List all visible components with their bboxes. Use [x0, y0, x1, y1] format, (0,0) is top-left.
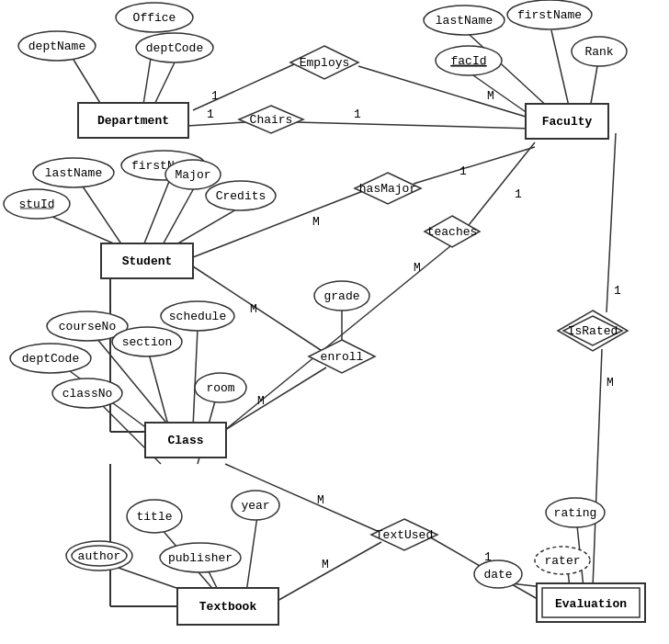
chairs-cardinality-1b: 1	[354, 107, 361, 121]
attr-courseno-label: courseNo	[59, 320, 116, 333]
employs-cardinality-1: 1	[211, 89, 219, 103]
textused-card-m1: M	[317, 493, 324, 507]
svg-line-30	[593, 349, 602, 588]
hasmajor-card-1: 1	[459, 164, 467, 178]
attr-room-label: room	[206, 381, 234, 395]
attr-credits-label: Credits	[216, 189, 266, 203]
rel-employs-label: Employs	[300, 56, 350, 70]
attr-office-label: Office	[133, 11, 176, 25]
entity-faculty-label: Faculty	[542, 115, 593, 129]
svg-line-35	[276, 542, 381, 602]
enroll-card-m2: M	[257, 394, 265, 408]
teaches-card-1: 1	[515, 187, 522, 201]
rel-israted-label: IsRated	[568, 324, 618, 338]
enroll-card-m1: M	[250, 302, 257, 316]
rel-chairs-label: Chairs	[250, 113, 293, 127]
attr-title-label: title	[136, 510, 172, 524]
rel-enroll-label: enroll	[321, 350, 364, 364]
attr-author-label: author	[78, 549, 121, 563]
svg-line-4	[551, 30, 570, 110]
rel-hasmajor-label: hasMajor	[359, 182, 416, 196]
attr-lastname-stu-label: lastName	[45, 166, 102, 180]
israted-card-m: M	[607, 376, 614, 390]
entity-textbook-label: Textbook	[199, 600, 257, 614]
svg-line-8	[358, 66, 535, 119]
svg-line-27	[193, 329, 198, 427]
entity-class-label: Class	[167, 434, 203, 447]
attr-rating-label: rating	[554, 506, 597, 520]
textused-card-m2: M	[322, 558, 329, 571]
attr-section-label: section	[122, 335, 173, 349]
attr-year-label: year	[241, 499, 269, 513]
attr-facid-label: facId	[450, 54, 486, 68]
entity-evaluation-label: Evaluation	[555, 597, 627, 611]
attr-lastname-fac-label: lastName	[436, 14, 493, 28]
entity-department-label: Department	[97, 114, 169, 128]
svg-line-25	[149, 354, 170, 432]
attr-firstname-fac-label: firstName	[517, 8, 582, 22]
attr-stuid-label: stuId	[18, 198, 54, 211]
hasmajor-card-m: M	[312, 215, 320, 229]
svg-line-7	[193, 64, 294, 110]
entity-student-label: Student	[122, 254, 173, 268]
attr-date-label: date	[483, 568, 512, 582]
rel-teaches-label: teaches	[427, 225, 478, 239]
rel-textused-label: TextUsed	[376, 528, 433, 542]
chairs-cardinality-1a: 1	[207, 107, 214, 121]
attr-deptcode-class-label: deptCode	[22, 352, 79, 366]
teaches-card-m: M	[414, 261, 421, 275]
svg-line-18	[469, 142, 535, 225]
svg-line-40	[246, 516, 257, 593]
attr-grade-label: grade	[323, 289, 359, 303]
attr-deptname-label: deptName	[28, 40, 85, 53]
svg-line-22	[225, 367, 326, 430]
svg-line-14	[161, 186, 195, 248]
employs-cardinality-m: M	[487, 89, 494, 103]
attr-publisher-label: publisher	[168, 551, 232, 565]
attr-rank-label: Rank	[584, 45, 613, 59]
attr-major-label: Major	[175, 168, 210, 182]
er-diagram: 1 M 1 1 M 1 1 M M M	[0, 0, 669, 644]
attr-rater-label: rater	[544, 554, 580, 568]
svg-line-10	[296, 122, 533, 129]
attr-deptcode-dept-label: deptCode	[146, 41, 203, 55]
israted-card-1: 1	[614, 284, 621, 298]
attr-schedule-label: schedule	[169, 310, 226, 323]
attr-classno-label: classNo	[62, 387, 113, 401]
